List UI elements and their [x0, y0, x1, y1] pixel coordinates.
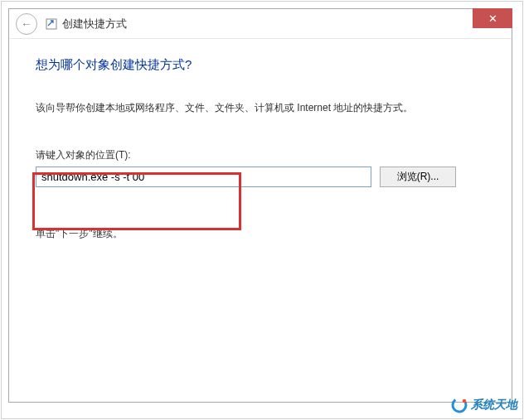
browse-button[interactable]: 浏览(R)...	[380, 167, 456, 187]
content-area: 想为哪个对象创建快捷方式? 该向导帮你创建本地或网络程序、文件、文件夹、计算机或…	[9, 39, 512, 258]
location-input[interactable]	[36, 167, 371, 187]
titlebar: ← 创建快捷方式 ✕	[9, 9, 512, 39]
continue-instruction: 单击"下一步"继续。	[36, 227, 485, 241]
close-button[interactable]: ✕	[473, 8, 512, 28]
window-title: 创建快捷方式	[62, 17, 127, 31]
back-button[interactable]: ←	[16, 13, 37, 35]
watermark-logo-icon	[451, 397, 468, 413]
description-text: 该向导帮你创建本地或网络程序、文件、文件夹、计算机或 Internet 地址的快…	[36, 101, 485, 115]
wizard-window: ← 创建快捷方式 ✕ 想为哪个对象创建快捷方式? 该向导帮你创建本地或网络程序、…	[8, 8, 512, 403]
input-row: 浏览(R)...	[36, 167, 485, 187]
back-arrow-icon: ←	[21, 18, 32, 30]
location-label: 请键入对象的位置(T):	[36, 148, 485, 162]
page-heading: 想为哪个对象创建快捷方式?	[36, 57, 485, 73]
shortcut-icon	[46, 18, 57, 30]
svg-point-2	[463, 399, 467, 403]
close-icon: ✕	[488, 12, 497, 25]
watermark-text: 系统天地	[471, 398, 517, 413]
watermark: 系统天地	[451, 397, 517, 413]
